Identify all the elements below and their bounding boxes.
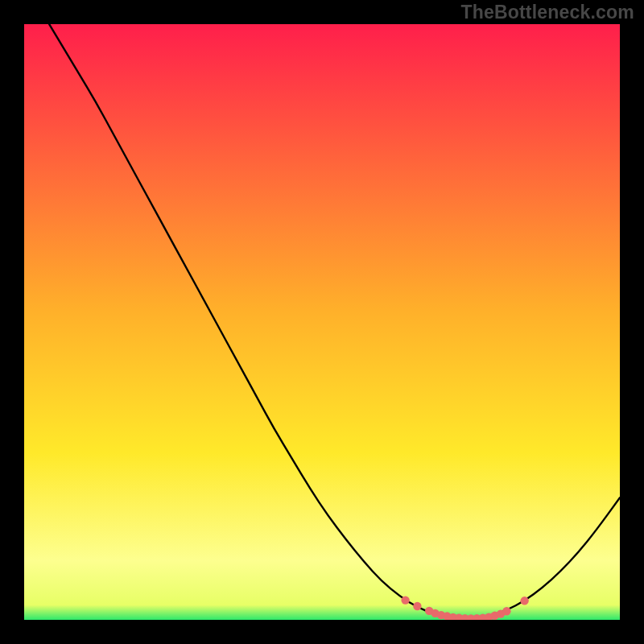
chart-frame: TheBottleneck.com <box>0 0 644 644</box>
optimal-marker <box>401 596 409 604</box>
optimal-marker <box>520 597 528 605</box>
chart-svg <box>24 24 620 620</box>
optimal-marker <box>413 602 421 610</box>
gradient-background <box>24 24 620 620</box>
bottleneck-chart <box>24 24 620 620</box>
watermark-text: TheBottleneck.com <box>460 2 634 23</box>
optimal-marker <box>502 607 510 615</box>
